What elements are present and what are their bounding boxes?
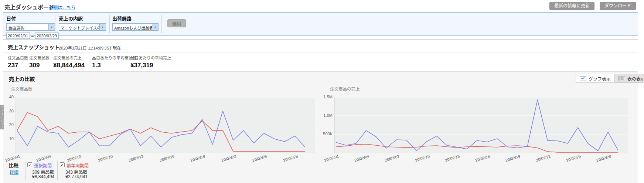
channel-filter-label: 出荷経路 [112, 15, 159, 22]
feedback-tab[interactable]: フィードバック [0, 105, 4, 129]
stat-value: 309 [29, 62, 50, 69]
stat-ordered-units: 注文商品数 309 [29, 55, 50, 69]
x-axis-tick-label: 20/02/25 [552, 154, 581, 166]
channel-filter-group: 出荷経路 Amazonおよび出品者 ▼ [112, 15, 159, 31]
selected-period-checkbox[interactable]: ✓ [27, 162, 32, 167]
graph-view-tab[interactable]: グラフ表示 [576, 74, 614, 82]
ordered-sales-chart[interactable]: 注文商品の売上 500K1.0M1.5M20/02/0120/02/0420/0… [334, 97, 628, 153]
x-axis-tick-label: 20/02/13 [115, 154, 144, 166]
y-axis-tick-label: 500K [318, 132, 333, 136]
snapshot-timestamp: 2020年3月21日 11:14:09:JST 現在 [59, 45, 121, 51]
x-axis-tick-label: 20/02/07 [371, 154, 400, 166]
date-inputs-row: – [6, 33, 59, 39]
channel-select[interactable]: Amazonおよび出品者 ▼ [112, 23, 159, 31]
table-view-tab[interactable]: 表の表示 [614, 74, 644, 82]
chart-canvas [335, 97, 628, 153]
stat-avg-units: 品目あたりの平均商品数 1.3 [92, 55, 137, 69]
selected-period-amount: ¥8,844,494 [32, 174, 54, 179]
prior-year-amount: ¥2,774,941 [65, 174, 88, 179]
legend-details-link[interactable]: 詳細 [10, 169, 18, 175]
stat-value: 1.3 [92, 62, 137, 69]
stat-value: ¥8,844,494 [53, 62, 85, 69]
comparison-title: 売上の比較 [9, 75, 35, 82]
refresh-button[interactable]: 最新の情報に更新 [549, 2, 594, 10]
date-filter-group: 日付 自由選択 ▼ – [6, 15, 59, 39]
stat-value: 237 [8, 62, 28, 69]
date-range-select[interactable]: 自由選択 ▼ [6, 23, 55, 31]
download-button[interactable]: ダウンロード [600, 2, 636, 10]
stat-label: 品目あたりの平均売上 [130, 55, 171, 61]
selected-period-label: 選択期間 [34, 162, 52, 169]
stat-label: 注文商品数 [29, 55, 50, 61]
stat-ordered-items: 注文品目数 237 [8, 55, 28, 69]
filter-divider [161, 15, 162, 33]
prior-year-checkbox[interactable]: ✓ [60, 162, 65, 167]
stat-label: 注文品目数 [8, 55, 28, 61]
y-axis-tick-label: 40 [0, 95, 14, 99]
channel-value: Amazonおよび出品者 [113, 24, 152, 30]
date-range-value: 自由選択 [7, 24, 48, 30]
table-view-label: 表の表示 [627, 75, 644, 82]
x-axis-tick-label: 20/02/19 [177, 154, 206, 166]
snapshot-title: 売上スナップショット [8, 43, 59, 51]
stat-label: 注文商品の売上 [53, 55, 85, 61]
legend-divider [57, 161, 58, 180]
x-axis-tick-label: 20/02/19 [492, 154, 521, 166]
details-here-link[interactable]: 詳細はこちら [49, 4, 75, 10]
compare-label: 比較 [9, 162, 18, 169]
sales-dashboard-page: 売上ダッシュボード 詳細はこちら 最新の情報に更新 ダウンロード 日付 自由選択… [0, 0, 644, 183]
filter-panel: 日付 自由選択 ▼ – 売上の内訳 マーケットプレイスの合計 ▼ 出荷経路 Am… [3, 12, 638, 36]
chart-title: 注文商品の売上 [330, 86, 360, 92]
legend-divider [25, 161, 25, 180]
stat-ordered-sales: 注文商品の売上 ¥8,844,494 [53, 55, 85, 69]
date-to-input[interactable] [35, 33, 59, 39]
line-chart-icon [580, 76, 586, 81]
sales-comparison-section: 売上の比較 グラフ表示 表の表示 注文商品数 1020304020/02/012… [3, 71, 638, 183]
breakdown-filter-label: 売上の内訳 [59, 15, 106, 22]
apply-button[interactable]: 適用 [167, 19, 186, 27]
y-axis-tick-label: 1.0M [318, 113, 333, 118]
x-axis-tick-label: 20/02/01 [310, 154, 339, 166]
table-icon [619, 76, 625, 81]
page-title: 売上ダッシュボード [4, 3, 54, 11]
breakdown-select[interactable]: マーケットプレイスの合計 ▼ [59, 23, 106, 31]
stat-value: ¥37,319 [130, 62, 171, 69]
y-axis-tick-label: 1.5M [318, 95, 333, 99]
view-toggle: グラフ表示 表の表示 [576, 74, 644, 83]
x-axis-tick-label: 20/02/25 [239, 154, 268, 166]
y-axis-tick-label: 10 [0, 136, 14, 141]
filter-divider [109, 15, 110, 33]
date-separator: – [31, 34, 34, 38]
chevron-down-icon: ▼ [99, 24, 106, 30]
chart-title: 注文商品数 [11, 86, 33, 92]
x-axis-tick-label: 20/02/04 [341, 154, 369, 166]
date-from-input[interactable] [6, 33, 30, 39]
divider [3, 52, 638, 52]
chevron-down-icon: ▼ [48, 24, 55, 30]
x-axis-tick-label: 20/02/22 [522, 154, 551, 166]
x-axis-tick-label: 20/02/10 [401, 154, 430, 166]
x-axis-tick-label: 20/02/16 [146, 154, 175, 166]
chevron-down-icon: ▼ [152, 24, 158, 30]
stat-label: 品目あたりの平均商品数 [92, 55, 137, 61]
x-axis-tick-label: 20/02/28 [583, 154, 611, 166]
x-axis-tick-label: 20/02/22 [208, 154, 236, 166]
x-axis-tick-label: 20/02/28 [270, 154, 299, 166]
x-axis-tick-label: 20/02/16 [462, 154, 491, 166]
chart-canvas [16, 97, 315, 153]
x-axis-tick-label: 20/02/13 [432, 154, 460, 166]
graph-view-label: グラフ表示 [589, 75, 611, 82]
prior-year-label: 前年同期間 [67, 162, 89, 169]
breakdown-value: マーケットプレイスの合計 [59, 24, 99, 30]
ordered-units-chart[interactable]: 注文商品数 1020304020/02/0120/02/0420/02/0720… [16, 97, 315, 153]
breakdown-filter-group: 売上の内訳 マーケットプレイスの合計 ▼ [59, 15, 106, 31]
stat-avg-sales: 品目あたりの平均売上 ¥37,319 [130, 55, 171, 69]
sales-snapshot-panel: 売上スナップショット 2020年3月21日 11:14:09:JST 現在 注文… [3, 39, 638, 70]
filter-divider [55, 15, 55, 33]
date-filter-label: 日付 [6, 15, 59, 22]
